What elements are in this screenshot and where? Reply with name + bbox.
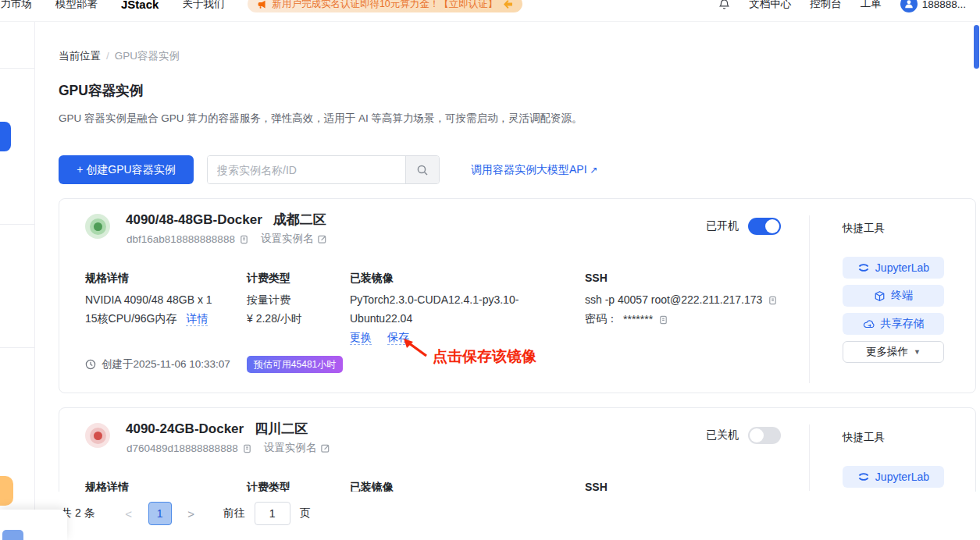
jupyterlab-button[interactable]: JupyterLab	[843, 466, 944, 488]
instance-name: 4090-24GB-Docker	[126, 421, 244, 436]
promo-banner[interactable]: 新用户完成实名认证即得10元算力金！【立即认证】	[248, 0, 522, 12]
breadcrumb-separator: /	[106, 50, 109, 62]
jupyterlab-button[interactable]: JupyterLab	[843, 257, 944, 279]
search-button[interactable]	[405, 156, 439, 183]
username: 188888...	[922, 0, 966, 10]
status-stopped-icon	[85, 423, 110, 448]
search-icon	[416, 164, 429, 176]
sidebar-active-item[interactable]	[0, 122, 11, 151]
next-page-button[interactable]: >	[180, 502, 203, 525]
breadcrumb: 当前位置/GPU容器实例	[59, 49, 180, 63]
goto-page-input[interactable]	[255, 502, 290, 525]
annotation-arrow-icon	[401, 336, 432, 363]
copy-id-icon[interactable]	[239, 233, 249, 244]
nav-console[interactable]: 控制台	[810, 0, 842, 11]
api-link-label: 调用容器实例大模型API	[471, 163, 587, 177]
create-instance-button[interactable]: + 创建GPU容器实例	[59, 155, 194, 184]
promo-text: 新用户完成实名认证即得10元算力金！【立即认证】	[272, 0, 497, 11]
cloud-icon	[863, 319, 875, 329]
nav-docs-center[interactable]: 文档中心	[749, 0, 791, 11]
gpu-container-instance-page: 算力市场 模型部署 JStack 关于我们 新用户完成实名认证即得10元算力金！…	[0, 0, 980, 540]
terminal-label: 终端	[891, 289, 913, 303]
power-status-label: 已开机	[706, 219, 739, 233]
bell-icon[interactable]	[718, 0, 730, 10]
search-input[interactable]	[208, 156, 405, 183]
status-running-icon	[85, 214, 110, 239]
set-instance-name-link[interactable]: 设置实例名	[261, 232, 314, 246]
ssh-password-label: 密码：	[585, 312, 618, 326]
jupyterlab-label: JupyterLab	[875, 261, 929, 274]
instance-title: 4090-24GB-Docker四川二区	[126, 420, 308, 438]
user-menu[interactable]: 188888...	[900, 0, 966, 12]
more-actions-label: 更多操作	[866, 345, 908, 359]
created-time: 创建于2025-11-06 10:33:07	[102, 357, 230, 371]
billing-type: 按量计费	[247, 293, 290, 307]
arrow-up-right-icon: ↗	[590, 165, 598, 176]
terminal-button[interactable]: 终端	[843, 285, 944, 307]
jupyter-icon	[857, 263, 870, 272]
edit-icon[interactable]	[320, 443, 330, 453]
prev-page-button[interactable]: <	[117, 502, 141, 525]
floating-widget[interactable]	[0, 510, 67, 540]
quick-tools-header: 快捷工具	[843, 431, 885, 445]
cube-icon	[874, 290, 886, 302]
ssh-password-mask: *******	[623, 313, 653, 325]
sidebar-divider	[0, 68, 35, 69]
annotation-text: 点击保存该镜像	[433, 346, 536, 367]
billing-header: 计费类型	[247, 272, 290, 286]
sidebar-divider	[0, 347, 35, 348]
quick-tools-header: 快捷工具	[843, 222, 885, 236]
page-title: GPU容器实例	[59, 81, 143, 100]
change-image-link[interactable]: 更换	[350, 331, 372, 345]
sidebar-divider	[0, 224, 35, 225]
scrollbar-thumb[interactable]	[974, 25, 979, 69]
edit-icon[interactable]	[317, 234, 327, 244]
copy-id-icon[interactable]	[242, 442, 252, 453]
instance-id-row: d760489d18888888888 设置实例名	[127, 441, 330, 455]
sidebar-orange-item[interactable]	[0, 476, 13, 506]
image-header: 已装镜像	[350, 272, 394, 286]
breadcrumb-root: 当前位置	[59, 50, 101, 62]
card-divider	[809, 425, 810, 491]
spec-line2-text: 15核CPU/96G内存	[85, 312, 176, 325]
nav-item-jstack[interactable]: JStack	[121, 0, 159, 11]
sidebar	[0, 22, 35, 540]
api-link[interactable]: 调用容器实例大模型API ↗	[471, 163, 598, 177]
nav-ticket[interactable]: 工单	[861, 0, 882, 11]
ssh-header: SSH	[585, 272, 608, 284]
image-name-line2: Ubuntu22.04	[350, 312, 412, 325]
instance-zone: 成都二区	[273, 212, 326, 227]
instance-id: d760489d18888888888	[127, 442, 238, 454]
chevron-down-icon: ▼	[914, 348, 921, 356]
ssh-command: ssh -p 40057 root@222.211.217.173	[585, 293, 762, 306]
card-divider	[809, 215, 810, 383]
instance-name: 4090/48-48GB-Docker	[126, 212, 262, 227]
instance-id-row: dbf16ab818888888888 设置实例名	[127, 232, 327, 246]
goto-unit-label: 页	[300, 506, 311, 520]
page-description: GPU 容器实例是融合 GPU 算力的容器服务，弹性高效，适用于 AI 等高算力…	[59, 112, 583, 126]
goto-label: 前往	[223, 506, 245, 520]
power-toggle[interactable]	[748, 427, 781, 444]
shared-storage-label: 共享存储	[881, 317, 925, 331]
copy-password-icon[interactable]	[658, 314, 668, 325]
power-toggle[interactable]	[748, 218, 781, 235]
more-actions-button[interactable]: 更多操作 ▼	[843, 341, 944, 363]
page-1-button[interactable]: 1	[148, 502, 172, 525]
floating-widget-badge[interactable]	[2, 530, 23, 540]
instance-id: dbf16ab818888888888	[127, 233, 235, 245]
shared-storage-button[interactable]: 共享存储	[843, 313, 944, 335]
copy-ssh-icon[interactable]	[768, 294, 778, 305]
avatar	[900, 0, 918, 12]
jupyterlab-label: JupyterLab	[875, 471, 929, 483]
set-instance-name-link[interactable]: 设置实例名	[264, 441, 317, 455]
instance-title: 4090/48-48GB-Docker成都二区	[126, 211, 326, 229]
nav-item-about[interactable]: 关于我们	[182, 0, 224, 11]
nav-item-model-deploy[interactable]: 模型部署	[55, 0, 98, 11]
ssh-password-row: 密码： *******	[585, 312, 668, 326]
breadcrumb-current: GPU容器实例	[115, 50, 180, 62]
spec-detail-link[interactable]: 详情	[186, 312, 208, 326]
megaphone-icon	[257, 0, 267, 9]
nav-item-market[interactable]: 算力市场	[0, 0, 32, 11]
clock-icon	[85, 359, 96, 370]
footer-band: 共 2 条 < 1 > 前往 页	[36, 492, 980, 540]
